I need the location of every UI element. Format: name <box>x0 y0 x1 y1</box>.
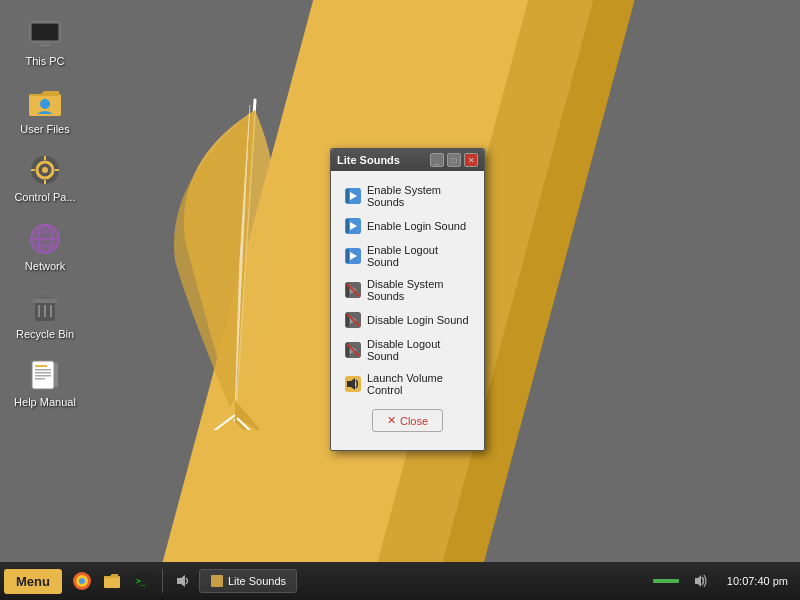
help-manual-label: Help Manual <box>14 396 76 409</box>
menu-label-disable-logout: Disable Logout Sound <box>367 338 470 362</box>
svg-rect-4 <box>32 24 58 40</box>
menu-icon-enable-login <box>345 218 361 234</box>
user-files-icon <box>27 84 63 120</box>
menu-label-disable-system: Disable System Sounds <box>367 278 470 302</box>
help-manual-icon <box>27 357 63 393</box>
desktop-icons: This PC User Files <box>10 10 80 415</box>
this-pc-icon <box>27 16 63 52</box>
taskbar-firefox-icon[interactable] <box>68 567 96 595</box>
desktop-icon-user-files[interactable]: User Files <box>10 78 80 142</box>
taskbar-volume-icon[interactable] <box>169 567 197 595</box>
menu-icon-launch-volume <box>345 376 361 392</box>
svg-point-15 <box>42 167 48 173</box>
menu-item-enable-login[interactable]: Enable Login Sound <box>337 213 478 239</box>
feather-decoration <box>155 90 355 430</box>
menu-item-disable-system[interactable]: Disable System Sounds <box>337 273 478 307</box>
menu-item-disable-logout[interactable]: Disable Logout Sound <box>337 333 478 367</box>
window-content: Enable System Sounds Enable Login Sound … <box>331 171 484 450</box>
svg-rect-6 <box>37 47 53 49</box>
window-controls: _ □ ✕ <box>430 153 478 167</box>
svg-text:>_: >_ <box>136 577 146 586</box>
network-icon <box>27 221 63 257</box>
menu-icon-disable-system <box>345 282 361 298</box>
taskbar-separator-1 <box>162 569 163 593</box>
svg-rect-23 <box>33 299 57 303</box>
recycle-bin-label: Recycle Bin <box>16 328 74 341</box>
menu-item-disable-login[interactable]: Disable Login Sound <box>337 307 478 333</box>
network-label: Network <box>25 260 65 273</box>
control-panel-label: Control Pa... <box>14 191 75 204</box>
close-button[interactable]: ✕ Close <box>372 409 443 432</box>
menu-label-disable-login: Disable Login Sound <box>367 314 469 326</box>
taskbar-menu-button[interactable]: Menu <box>4 569 62 594</box>
svg-rect-30 <box>35 365 47 367</box>
desktop-icon-control-panel[interactable]: Control Pa... <box>10 146 80 210</box>
svg-point-61 <box>79 578 85 584</box>
svg-rect-24 <box>40 295 50 299</box>
window-title: Lite Sounds <box>337 154 400 166</box>
desktop: This PC User Files <box>0 0 800 562</box>
user-files-label: User Files <box>20 123 70 136</box>
desktop-icon-help-manual[interactable]: Help Manual <box>10 351 80 415</box>
this-pc-label: This PC <box>25 55 64 68</box>
taskbar-lite-sounds-label: Lite Sounds <box>228 575 286 587</box>
taskbar-volume-control[interactable] <box>687 567 715 595</box>
desktop-icon-recycle-bin[interactable]: Recycle Bin <box>10 283 80 347</box>
close-button-label: Close <box>400 415 428 427</box>
minimize-button[interactable]: _ <box>430 153 444 167</box>
taskbar-clock: 10:07:40 pm <box>719 575 796 587</box>
taskbar: Menu >_ Lite Sounds <box>0 562 800 600</box>
svg-marker-65 <box>177 575 185 587</box>
menu-items-list: Enable System Sounds Enable Login Sound … <box>337 179 478 401</box>
menu-icon-disable-logout <box>345 342 361 358</box>
svg-marker-67 <box>695 575 701 587</box>
svg-rect-38 <box>346 189 349 203</box>
svg-rect-66 <box>211 575 223 587</box>
menu-icon-enable-logout <box>345 248 361 264</box>
svg-rect-5 <box>40 44 50 47</box>
maximize-button[interactable]: □ <box>447 153 461 167</box>
svg-point-8 <box>40 99 50 109</box>
close-button-row: ✕ Close <box>337 401 478 442</box>
menu-label-enable-login: Enable Login Sound <box>367 220 466 232</box>
menu-label-enable-logout: Enable Logout Sound <box>367 244 470 268</box>
taskbar-files-icon[interactable] <box>98 567 126 595</box>
menu-item-enable-system[interactable]: Enable System Sounds <box>337 179 478 213</box>
taskbar-terminal-icon[interactable]: >_ <box>128 567 156 595</box>
recycle-bin-icon <box>27 289 63 325</box>
svg-rect-32 <box>35 372 51 374</box>
taskbar-right: 10:07:40 pm <box>649 567 796 595</box>
close-x-icon: ✕ <box>387 414 396 427</box>
menu-icon-enable-system <box>345 188 361 204</box>
svg-rect-33 <box>35 375 51 377</box>
menu-label-enable-system: Enable System Sounds <box>367 184 470 208</box>
desktop-icon-network[interactable]: Network <box>10 215 80 279</box>
menu-item-launch-volume[interactable]: Launch Volume Control <box>337 367 478 401</box>
menu-icon-disable-login <box>345 312 361 328</box>
window-close-button[interactable]: ✕ <box>464 153 478 167</box>
svg-rect-34 <box>35 378 45 380</box>
window-titlebar: Lite Sounds _ □ ✕ <box>331 149 484 171</box>
desktop-icon-this-pc[interactable]: This PC <box>10 10 80 74</box>
menu-label-launch-volume: Launch Volume Control <box>367 372 470 396</box>
svg-rect-44 <box>346 249 349 263</box>
taskbar-network-indicator[interactable] <box>649 577 683 585</box>
svg-rect-35 <box>54 363 58 387</box>
menu-item-enable-logout[interactable]: Enable Logout Sound <box>337 239 478 273</box>
svg-rect-41 <box>346 219 349 233</box>
control-panel-icon <box>27 152 63 188</box>
taskbar-lite-sounds-button[interactable]: Lite Sounds <box>199 569 297 593</box>
svg-rect-31 <box>35 369 51 371</box>
lite-sounds-window: Lite Sounds _ □ ✕ Enable System Sounds E… <box>330 148 485 451</box>
